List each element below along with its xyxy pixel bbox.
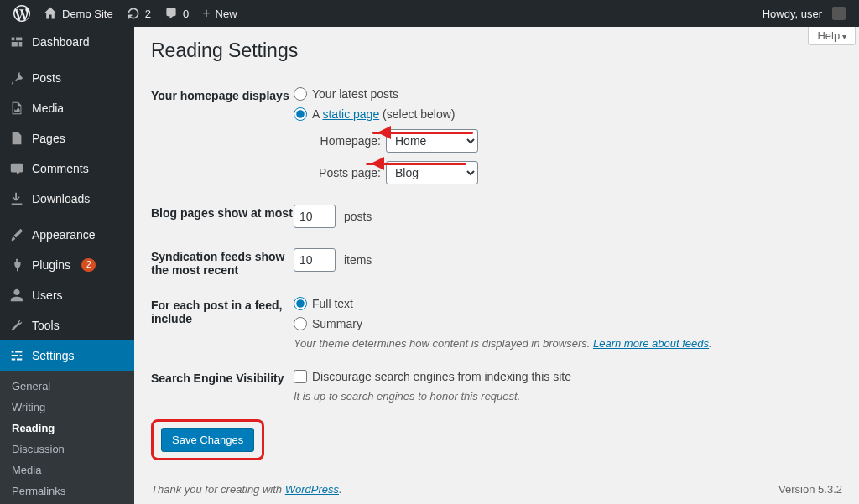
submenu-item-general[interactable]: General xyxy=(0,376,134,397)
radio-static-page-label: A static page (select below) xyxy=(312,107,455,121)
radio-summary[interactable] xyxy=(294,317,307,330)
field-label-syndication: Syndication feeds show the most recent xyxy=(151,248,294,277)
comment-icon xyxy=(164,7,178,20)
field-label-blog-pages: Blog pages show at most xyxy=(151,205,294,220)
syndication-suffix: items xyxy=(344,253,372,267)
sidebar-item-label: Tools xyxy=(32,319,60,332)
howdy-text: Howdy, user xyxy=(763,8,822,20)
sidebar-item-dashboard[interactable]: Dashboard xyxy=(0,27,134,57)
sidebar-item-label: Downloads xyxy=(32,192,90,205)
download-icon xyxy=(8,190,25,207)
home-icon xyxy=(44,7,57,20)
update-badge: 2 xyxy=(81,258,96,272)
comment-icon xyxy=(8,160,25,177)
wordpress-link[interactable]: WordPress xyxy=(285,483,339,496)
submenu-item-media[interactable]: Media xyxy=(0,460,134,481)
settings-form: Your homepage displays Your latest posts… xyxy=(151,77,842,413)
account-link[interactable]: Howdy, user xyxy=(756,0,852,27)
submenu-item-reading[interactable]: Reading xyxy=(0,418,134,439)
homepage-select-label: Homepage: xyxy=(314,134,381,148)
submenu-item-permalinks[interactable]: Permalinks xyxy=(0,481,134,501)
brush-icon xyxy=(8,226,25,243)
wrench-icon xyxy=(8,317,25,334)
radio-summary-label: Summary xyxy=(312,317,362,330)
sidebar-item-label: Users xyxy=(32,288,63,302)
sidebar-item-label: Appearance xyxy=(32,228,96,242)
sidebar-item-settings[interactable]: Settings xyxy=(0,340,134,371)
help-tab[interactable]: Help xyxy=(808,27,856,45)
submit-highlight: Save Changes xyxy=(151,419,264,460)
page-title: Reading Settings xyxy=(151,39,842,62)
site-name-link[interactable]: Demo Site xyxy=(37,0,120,27)
radio-latest-posts[interactable] xyxy=(294,87,307,101)
media-icon xyxy=(8,100,25,117)
sidebar-item-posts[interactable]: Posts xyxy=(0,63,134,93)
syndication-input[interactable] xyxy=(294,248,336,272)
postspage-select[interactable]: Blog xyxy=(386,161,478,184)
footer-version: Version 5.3.2 xyxy=(778,483,842,496)
checkbox-discourage-label: Discourage search engines from indexing … xyxy=(312,370,571,383)
radio-static-page[interactable] xyxy=(294,107,307,121)
plus-icon: + xyxy=(202,6,210,21)
admin-bar: Demo Site 2 0 + New Howdy, user xyxy=(0,0,859,27)
radio-latest-posts-label: Your latest posts xyxy=(312,87,398,101)
sidebar-item-downloads[interactable]: Downloads xyxy=(0,184,134,214)
feed-description: Your theme determines how content is dis… xyxy=(294,337,842,350)
content-area: Reading Settings Your homepage displays … xyxy=(134,27,859,504)
sidebar-item-label: Media xyxy=(32,101,64,115)
user-icon xyxy=(8,287,25,304)
sidebar-item-label: Comments xyxy=(32,162,89,175)
sidebar-item-label: Pages xyxy=(32,132,65,145)
static-page-link[interactable]: static page xyxy=(322,107,379,121)
updates-link[interactable]: 2 xyxy=(120,0,158,27)
footer-thanks: Thank you for creating with WordPress. xyxy=(151,483,342,496)
sliders-icon xyxy=(8,347,25,364)
sidebar-item-label: Settings xyxy=(32,349,75,362)
radio-full-text[interactable] xyxy=(294,297,307,310)
new-label: New xyxy=(216,8,237,20)
save-changes-button[interactable]: Save Changes xyxy=(161,428,254,452)
sidebar-item-media[interactable]: Media xyxy=(0,93,134,123)
wp-logo-menu[interactable] xyxy=(7,0,37,27)
sidebar-item-comments[interactable]: Comments xyxy=(0,153,134,184)
postspage-select-label: Posts page: xyxy=(314,166,381,179)
blog-pages-suffix: posts xyxy=(344,210,372,223)
field-label-feed-content: For each post in a feed, include xyxy=(151,297,294,325)
site-name: Demo Site xyxy=(62,8,113,20)
field-label-homepage-displays: Your homepage displays xyxy=(151,87,294,102)
update-icon xyxy=(127,7,140,20)
blog-pages-input[interactable] xyxy=(294,205,336,228)
admin-menu: DashboardPostsMediaPagesCommentsDownload… xyxy=(0,27,134,504)
field-label-search-engine: Search Engine Visibility xyxy=(151,370,294,385)
page-icon xyxy=(8,130,25,147)
pin-icon xyxy=(8,70,25,86)
plug-icon xyxy=(8,257,25,273)
wordpress-icon xyxy=(13,5,30,22)
learn-more-feeds-link[interactable]: Learn more about feeds xyxy=(593,337,709,350)
comments-link[interactable]: 0 xyxy=(158,0,195,27)
sidebar-item-label: Plugins xyxy=(32,258,70,272)
radio-full-text-label: Full text xyxy=(312,297,353,310)
sidebar-item-tools[interactable]: Tools xyxy=(0,310,134,340)
homepage-select[interactable]: Home xyxy=(386,129,478,153)
sidebar-item-label: Posts xyxy=(32,71,61,85)
sidebar-item-appearance[interactable]: Appearance xyxy=(0,220,134,250)
sidebar-item-plugins[interactable]: Plugins2 xyxy=(0,250,134,280)
avatar-icon xyxy=(832,7,846,20)
submenu-item-writing[interactable]: Writing xyxy=(0,397,134,418)
sidebar-submenu: GeneralWritingReadingDiscussionMediaPerm… xyxy=(0,371,134,504)
new-content-link[interactable]: + New xyxy=(195,0,243,27)
search-engine-description: It is up to search engines to honor this… xyxy=(294,390,842,403)
submenu-item-discussion[interactable]: Discussion xyxy=(0,439,134,460)
updates-count: 2 xyxy=(145,8,151,20)
admin-footer: Thank you for creating with WordPress. V… xyxy=(134,475,859,504)
sidebar-item-users[interactable]: Users xyxy=(0,280,134,310)
checkbox-discourage-search[interactable] xyxy=(294,370,307,383)
sidebar-item-label: Dashboard xyxy=(32,35,90,49)
comments-count: 0 xyxy=(183,8,189,20)
dashboard-icon xyxy=(8,34,25,50)
sidebar-item-pages[interactable]: Pages xyxy=(0,123,134,153)
